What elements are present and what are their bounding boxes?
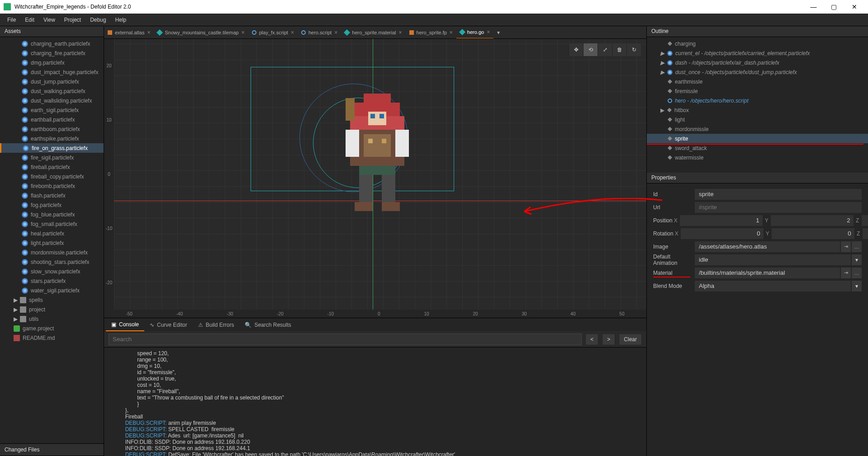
asset-item[interactable]: flash.particlefx <box>0 191 104 200</box>
asset-item[interactable]: charging_fire.particlefx <box>0 48 104 58</box>
prop-material-goto-button[interactable]: ⇥ <box>841 268 851 278</box>
outline-item[interactable]: watermissle <box>647 153 868 162</box>
asset-item[interactable]: game.project <box>0 324 104 333</box>
expander-icon[interactable]: ▶ <box>14 316 18 322</box>
asset-item[interactable]: firebomb.particlefx <box>0 181 104 191</box>
asset-item[interactable]: ▶spells <box>0 295 104 305</box>
asset-item[interactable]: dust_wallsliding.particlefx <box>0 96 104 105</box>
asset-item[interactable]: fireball.particlefx <box>0 162 104 172</box>
scale-tool-button[interactable]: ⤢ <box>598 43 612 56</box>
close-icon[interactable]: × <box>487 29 490 35</box>
asset-item[interactable]: charging_earth.particlefx <box>0 39 104 48</box>
asset-item[interactable]: dust_walking.particlefx <box>0 86 104 96</box>
hero-sprite[interactable] <box>332 89 422 216</box>
editor-tab[interactable]: hero_sprite.fp× <box>406 26 456 39</box>
outline-item[interactable]: sprite <box>647 134 868 143</box>
asset-item[interactable]: slow_snow.particlefx <box>0 267 104 276</box>
menu-edit[interactable]: Edit <box>20 15 39 25</box>
console-tab[interactable]: ∿Curve Editor <box>144 319 193 331</box>
prop-url-input[interactable] <box>695 202 862 213</box>
search-prev-button[interactable]: < <box>585 334 598 345</box>
asset-item[interactable]: fog_blue.particlefx <box>0 210 104 219</box>
pos-x-input[interactable] <box>680 215 763 226</box>
expander-icon[interactable]: ▶ <box>660 60 664 66</box>
asset-item[interactable]: fireball_copy.particlefx <box>0 172 104 181</box>
asset-item[interactable]: earthspike.particlefx <box>0 134 104 143</box>
prop-material-input[interactable] <box>695 268 840 278</box>
prop-anim-input[interactable] <box>695 254 851 265</box>
expander-icon[interactable]: ▶ <box>14 306 18 313</box>
asset-tree[interactable]: charging_earth.particlefxcharging_fire.p… <box>0 37 104 443</box>
outline-item[interactable]: ▶hitbox <box>647 105 868 115</box>
rot-x-input[interactable] <box>681 228 764 239</box>
refresh-button[interactable]: ↻ <box>626 43 641 56</box>
expander-icon[interactable]: ▶ <box>660 50 664 56</box>
prop-material-browse-button[interactable]: … <box>852 268 862 278</box>
outline-item[interactable]: ▶current_el - /objects/particlefx/carrie… <box>647 48 868 58</box>
editor-tab[interactable]: Snowy_mountains_castle.tilemap× <box>154 26 248 39</box>
scene-viewport[interactable]: 20100-10-20 -50-40-30-20-1001020304050 ✥… <box>104 39 646 318</box>
prop-id-input[interactable] <box>695 189 862 200</box>
asset-item[interactable]: ▶utils <box>0 314 104 324</box>
asset-item[interactable]: water_sigil.particlefx <box>0 286 104 295</box>
menu-debug[interactable]: Debug <box>85 15 110 25</box>
pos-z-input[interactable] <box>862 215 868 226</box>
menu-help[interactable]: Help <box>111 15 131 25</box>
close-icon[interactable]: × <box>334 29 337 36</box>
asset-item[interactable]: earth_sigil.particlefx <box>0 105 104 115</box>
outline-item[interactable]: ▶dash - /objects/particlefx/air_dash.par… <box>647 58 868 67</box>
expander-icon[interactable]: ▶ <box>660 69 664 75</box>
prop-blend-input[interactable] <box>695 281 851 291</box>
prop-blend-dropdown-button[interactable]: ▾ <box>852 281 862 291</box>
prop-image-input[interactable] <box>695 241 840 252</box>
editor-tab[interactable]: hero.go× <box>456 26 493 39</box>
console-output[interactable]: speed = 120, range = 100, dmg = 10, id =… <box>104 348 646 456</box>
asset-item[interactable]: earthboom.particlefx <box>0 124 104 134</box>
menu-file[interactable]: File <box>3 15 20 25</box>
outline-tree[interactable]: charging▶current_el - /objects/particlef… <box>647 37 868 173</box>
rotate-tool-button[interactable]: ⟲ <box>583 43 598 56</box>
outline-item[interactable]: mordonmissle <box>647 124 868 134</box>
asset-item[interactable]: dust_jump.particlefx <box>0 77 104 86</box>
asset-item[interactable]: shooting_stars.particlefx <box>0 257 104 267</box>
asset-item[interactable]: dmg.particlefx <box>0 58 104 67</box>
close-icon[interactable]: × <box>242 29 245 36</box>
prop-image-goto-button[interactable]: ⇥ <box>841 241 851 252</box>
asset-item[interactable]: ▶project <box>0 305 104 314</box>
asset-item[interactable]: README.md <box>0 333 104 343</box>
expander-icon[interactable]: ▶ <box>660 107 664 113</box>
search-next-button[interactable]: > <box>602 334 615 345</box>
console-tab[interactable]: ▣Console <box>106 319 144 331</box>
close-window-button[interactable]: ✕ <box>844 0 864 14</box>
outline-item[interactable]: ▶dust_once - /objects/particlefx/dust_ju… <box>647 67 868 77</box>
move-tool-button[interactable]: ✥ <box>569 43 583 56</box>
console-tab[interactable]: ⚠Build Errors <box>193 319 240 331</box>
prop-image-browse-button[interactable]: … <box>852 241 862 252</box>
pos-y-input[interactable] <box>771 215 854 226</box>
search-clear-button[interactable]: Clear <box>619 334 642 345</box>
outline-item[interactable]: charging <box>647 39 868 48</box>
asset-item[interactable]: fire_sigil.particlefx <box>0 153 104 162</box>
asset-item[interactable]: fire_on_grass.particlefx <box>0 143 104 153</box>
asset-item[interactable]: stars.particlefx <box>0 276 104 286</box>
asset-item[interactable]: fog_small.particlefx <box>0 219 104 229</box>
asset-item[interactable]: earthball.particlefx <box>0 115 104 124</box>
menu-view[interactable]: View <box>39 15 60 25</box>
minimize-button[interactable]: — <box>803 0 824 14</box>
editor-tab[interactable]: play_fx.script× <box>248 26 298 39</box>
close-icon[interactable]: × <box>450 29 453 36</box>
outline-item[interactable]: firemissle <box>647 86 868 96</box>
close-icon[interactable]: × <box>147 29 150 36</box>
editor-tab[interactable]: hero.script× <box>298 26 341 39</box>
editor-tab[interactable]: hero_sprite.material× <box>341 26 405 39</box>
prop-anim-dropdown-button[interactable]: ▾ <box>852 254 862 265</box>
outline-item[interactable]: earthmissle <box>647 77 868 86</box>
asset-item[interactable]: dust_impact_huge.particlefx <box>0 67 104 77</box>
outline-item[interactable]: sword_attack <box>647 143 868 153</box>
trash-button[interactable]: 🗑 <box>612 43 626 56</box>
console-tab[interactable]: 🔍Search Results <box>239 319 296 331</box>
close-icon[interactable]: × <box>291 29 294 36</box>
editor-tab[interactable]: external.atlas× <box>104 26 154 39</box>
expander-icon[interactable]: ▶ <box>14 297 18 303</box>
outline-item[interactable]: light <box>647 115 868 124</box>
